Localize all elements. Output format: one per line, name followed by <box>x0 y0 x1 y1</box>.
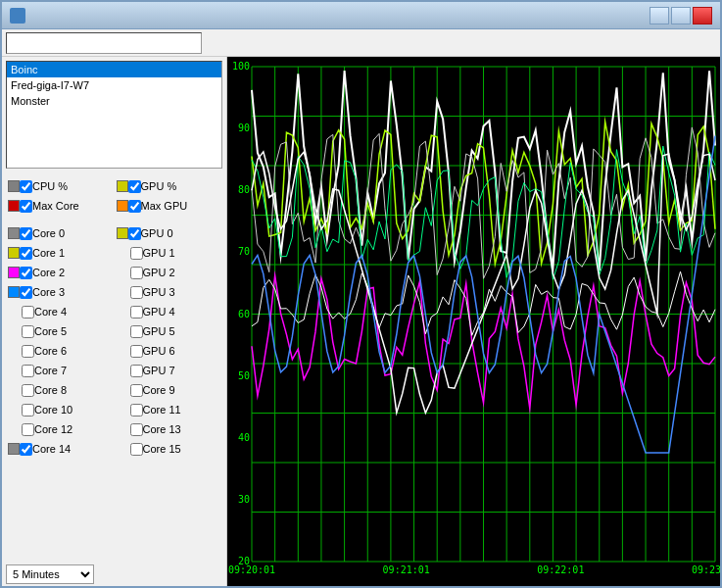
control-row-core2: Core 2 <box>6 263 115 282</box>
app-icon <box>10 8 25 24</box>
core15-label: Core 15 <box>143 443 181 455</box>
control-row-core9: Core 9 <box>115 380 223 400</box>
core10-label: Core 10 <box>34 404 72 416</box>
core15-checkbox[interactable] <box>130 443 143 456</box>
gpu0-label: GPU 0 <box>141 227 173 239</box>
time-range-row: 1 Minute5 Minutes10 Minutes30 Minutes1 H… <box>2 563 226 586</box>
gpu3-checkbox[interactable] <box>130 286 143 299</box>
control-row-cpu_pct: CPU % <box>6 176 115 196</box>
control-row-gpu4: GPU 4 <box>115 302 223 321</box>
core1-color <box>8 247 20 259</box>
control-row-max_gpu: Max GPU <box>115 196 223 216</box>
core5-label: Core 5 <box>34 325 67 337</box>
temperature-chart <box>227 57 720 586</box>
chart-area <box>227 57 720 586</box>
control-row-core1: Core 1 <box>6 243 115 263</box>
gpu7-label: GPU 7 <box>143 365 175 376</box>
core9-label: Core 9 <box>143 384 175 396</box>
gpu1-checkbox[interactable] <box>130 247 143 260</box>
core6-checkbox[interactable] <box>22 345 34 358</box>
control-row-core13: Core 13 <box>115 419 223 439</box>
cpu_pct-color <box>8 180 20 192</box>
core2-checkbox[interactable] <box>20 267 32 279</box>
core7-label: Core 7 <box>34 365 67 376</box>
gpu5-checkbox[interactable] <box>130 325 143 338</box>
core14-color <box>8 443 20 455</box>
control-row-core5: Core 5 <box>6 321 115 341</box>
core6-label: Core 6 <box>34 345 67 357</box>
control-row-core14: Core 14 <box>6 439 115 459</box>
gpu2-label: GPU 2 <box>143 267 175 278</box>
maximize-button[interactable] <box>671 7 691 24</box>
cpu-gpu-section: CPU %GPU %Max CoreMax GPU <box>4 174 224 218</box>
host-list[interactable]: BoincFred-giga-I7-W7Monster <box>6 61 222 169</box>
control-row-gpu6: GPU 6 <box>115 341 223 361</box>
host-item-boinc[interactable]: Boinc <box>7 62 221 77</box>
gpu0-color <box>117 227 128 239</box>
control-row-gpu5: GPU 5 <box>115 321 223 341</box>
core2-color <box>8 267 20 278</box>
control-row-gpu2: GPU 2 <box>115 263 223 282</box>
control-row-core11: Core 11 <box>115 400 223 419</box>
gpu4-label: GPU 4 <box>143 306 175 318</box>
core12-label: Core 12 <box>34 423 72 435</box>
gpu3-label: GPU 3 <box>143 286 175 298</box>
gpu2-checkbox[interactable] <box>130 267 143 279</box>
host-item-monster[interactable]: Monster <box>7 93 221 109</box>
core1-label: Core 1 <box>32 247 65 259</box>
max_core-checkbox[interactable] <box>20 200 32 213</box>
control-row-core15: Core 15 <box>115 439 223 459</box>
core3-color <box>8 286 20 298</box>
control-row-core4: Core 4 <box>6 302 115 321</box>
gpu4-checkbox[interactable] <box>130 306 143 318</box>
max_gpu-checkbox[interactable] <box>128 200 141 213</box>
core12-checkbox[interactable] <box>22 423 34 436</box>
gpu1-label: GPU 1 <box>143 247 175 259</box>
content-area: BoincFred-giga-I7-W7Monster CPU %GPU %Ma… <box>2 57 720 586</box>
max_gpu-color <box>117 200 128 212</box>
core0-checkbox[interactable] <box>20 227 32 240</box>
gpu6-checkbox[interactable] <box>130 345 143 358</box>
gpu6-label: GPU 6 <box>143 345 175 357</box>
core14-checkbox[interactable] <box>20 443 32 456</box>
core7-checkbox[interactable] <box>22 365 34 377</box>
core13-checkbox[interactable] <box>130 423 143 436</box>
gpu0-checkbox[interactable] <box>128 227 141 240</box>
core-gpu-section: Core 0GPU 0Core 1GPU 1Core 2GPU 2Core 3G… <box>4 221 224 461</box>
control-row-core3: Core 3 <box>6 282 115 302</box>
core10-checkbox[interactable] <box>22 404 34 416</box>
cpu_pct-checkbox[interactable] <box>20 180 32 193</box>
control-row-gpu3: GPU 3 <box>115 282 223 302</box>
close-button[interactable] <box>693 7 712 24</box>
time-range-select[interactable]: 1 Minute5 Minutes10 Minutes30 Minutes1 H… <box>6 564 94 584</box>
control-row-core0: Core 0 <box>6 223 115 243</box>
control-row-core10: Core 10 <box>6 400 115 419</box>
core1-checkbox[interactable] <box>20 247 32 260</box>
control-row-gpu7: GPU 7 <box>115 361 223 380</box>
gpu7-checkbox[interactable] <box>130 365 143 377</box>
core8-checkbox[interactable] <box>22 384 34 397</box>
gpu_pct-color <box>117 180 128 192</box>
core5-checkbox[interactable] <box>22 325 34 338</box>
core0-color <box>8 227 20 239</box>
core11-label: Core 11 <box>143 404 181 416</box>
host-item-fred[interactable]: Fred-giga-I7-W7 <box>7 77 221 93</box>
control-row-gpu_pct: GPU % <box>115 176 223 196</box>
core0-label: Core 0 <box>32 227 65 239</box>
max_core-label: Max Core <box>32 200 79 212</box>
minimize-button[interactable] <box>650 7 669 24</box>
core4-checkbox[interactable] <box>22 306 34 318</box>
gpu5-label: GPU 5 <box>143 325 175 337</box>
gpu_pct-label: GPU % <box>141 180 177 192</box>
core11-checkbox[interactable] <box>130 404 143 416</box>
core9-checkbox[interactable] <box>130 384 143 397</box>
window-controls <box>650 7 712 24</box>
control-row-core12: Core 12 <box>6 419 115 439</box>
control-row-core8: Core 8 <box>6 380 115 400</box>
gpu_pct-checkbox[interactable] <box>128 180 141 193</box>
core8-label: Core 8 <box>34 384 67 396</box>
control-row-gpu0: GPU 0 <box>115 223 223 243</box>
control-row-core6: Core 6 <box>6 341 115 361</box>
core3-checkbox[interactable] <box>20 286 32 299</box>
max_gpu-label: Max GPU <box>141 200 188 212</box>
